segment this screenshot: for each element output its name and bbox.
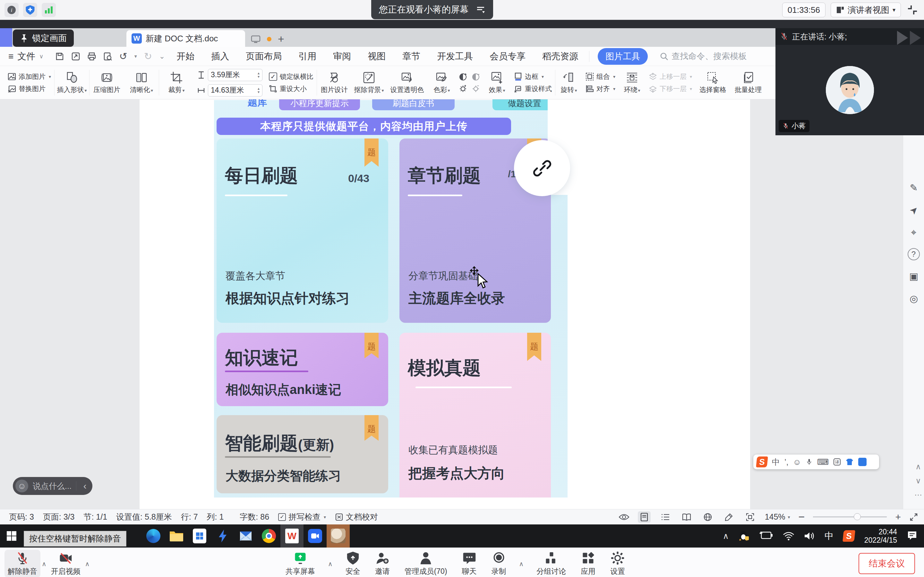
taskbar-wps-active[interactable]: W <box>280 524 304 548</box>
height-field[interactable]: ▴▾ <box>208 69 262 81</box>
replace-picture-button[interactable]: 替换图片 <box>8 84 51 93</box>
ime-skin-icon[interactable] <box>845 458 854 466</box>
volume-icon[interactable] <box>804 531 815 541</box>
effect-button[interactable]: 效果▾ <box>483 71 511 94</box>
zoom-slider[interactable] <box>813 516 887 517</box>
clarify-button[interactable]: 清晰化▾ <box>124 71 159 94</box>
reset-size-button[interactable]: 重设大小 <box>269 84 313 93</box>
ime-mode-chinese[interactable]: 中 <box>772 457 780 467</box>
quickbar-more-icon[interactable]: ⌄ <box>159 52 165 61</box>
taskbar-meeting[interactable] <box>304 524 326 548</box>
record-caret-icon[interactable]: ∧ <box>519 560 524 568</box>
panel-board-icon[interactable]: ▣ <box>903 265 924 287</box>
view-mode-selector[interactable]: 演讲者视图 ▾ <box>830 3 901 17</box>
width-field[interactable]: ▴▾ <box>208 84 262 97</box>
document-canvas[interactable]: 题库 小程序更新提示 刷题白皮书 做题设置 本程序只提供做题平台，内容均由用户上… <box>0 99 903 509</box>
document-tab[interactable]: W 新建 DOC 文档.doc <box>126 30 245 47</box>
contrast-down-icon[interactable] <box>472 73 480 81</box>
ime-emoji-icon[interactable]: ☺ <box>793 458 801 467</box>
menu-tab-section[interactable]: 章节 <box>394 50 429 63</box>
height-input[interactable] <box>211 71 249 79</box>
tray-ime-indicator[interactable]: 中 <box>825 530 834 542</box>
card-daily-practice[interactable]: 每日刷题 0/43 覆盖各大章节 根据知识点针对练习 题 <box>216 139 388 323</box>
zoom-slider-knob[interactable] <box>854 513 861 520</box>
battery-icon[interactable] <box>759 532 773 540</box>
send-backward-button[interactable]: 下移一层▾ <box>649 84 692 93</box>
screen-menu-icon[interactable] <box>476 5 485 15</box>
pin-screen-button[interactable]: 锁定画面 <box>13 29 74 47</box>
locate-icon[interactable]: ◎ <box>903 287 924 309</box>
selection-pane-button[interactable]: 选择窗格 <box>695 71 730 94</box>
tray-expand-icon[interactable]: ∧ <box>723 531 729 541</box>
file-menu[interactable]: ≡ 文件 ∨ <box>0 50 52 63</box>
taskbar-chrome[interactable] <box>257 524 280 548</box>
taskbar-photo-app[interactable] <box>326 524 350 548</box>
chat-button[interactable]: 聊天 <box>459 550 480 577</box>
taskbar-explorer[interactable] <box>165 524 188 548</box>
contrast-up-icon[interactable] <box>459 73 467 81</box>
collapse-bubble-icon[interactable]: ‹ <box>81 480 89 492</box>
start-button[interactable] <box>0 524 23 548</box>
new-tab-button[interactable]: + <box>278 33 284 45</box>
menu-tab-review[interactable]: 审阅 <box>325 50 359 63</box>
zoom-in-button[interactable]: + <box>895 512 901 522</box>
menu-tab-devtools[interactable]: 开发工具 <box>429 50 481 63</box>
page-view-button[interactable] <box>638 511 651 523</box>
outline-view-button[interactable] <box>659 511 672 523</box>
sogou-logo-icon[interactable]: S <box>756 456 768 467</box>
menu-tab-view[interactable]: 视图 <box>359 50 394 63</box>
ime-translate-icon[interactable]: 译 <box>833 458 841 466</box>
menu-tab-docer[interactable]: 稻壳资源 <box>534 50 586 63</box>
rotate-button[interactable]: 旋转▾ <box>556 71 582 94</box>
card-knowledge-memo[interactable]: 知识速记 相似知识点anki速记 题 <box>216 333 388 406</box>
save-icon[interactable] <box>55 52 64 61</box>
taskbar-edge[interactable] <box>142 524 165 548</box>
lock-aspect-checkbox[interactable]: ✓ 锁定纵横比 <box>269 72 313 81</box>
ime-toolbox-icon[interactable] <box>858 458 867 466</box>
page-nav-more-icon[interactable]: ⋯ <box>914 490 922 500</box>
proofread-button[interactable]: 文档校对 <box>335 512 378 522</box>
sogou-ime-toolbar[interactable]: S 中 ’, ☺ ⌨ 译 <box>753 455 879 469</box>
insert-shape-button[interactable]: 插入形状▾ <box>55 71 89 94</box>
undo-icon[interactable]: ↺ <box>120 51 128 62</box>
print-icon[interactable] <box>87 52 96 61</box>
share-caret-icon[interactable]: ∧ <box>328 560 333 568</box>
emoji-smiley-icon[interactable]: ☺ <box>15 480 28 492</box>
meeting-security-button[interactable] <box>23 3 37 17</box>
color-button[interactable]: 色彩▾ <box>428 71 456 94</box>
meeting-network-button[interactable] <box>42 3 56 17</box>
record-button[interactable]: 录制 <box>488 550 509 577</box>
start-video-button[interactable]: 开启视频 <box>48 550 84 577</box>
compress-picture-button[interactable]: 压缩图片 <box>89 71 124 94</box>
width-input[interactable] <box>211 86 249 95</box>
taskbar-app-flash[interactable] <box>211 524 234 548</box>
share-screen-button[interactable]: 共享屏幕 <box>282 550 318 577</box>
remove-background-button[interactable]: 抠除背景▾ <box>352 71 386 94</box>
breakout-rooms-button[interactable]: 分组讨论 <box>533 550 569 577</box>
end-meeting-button[interactable]: 结束会议 <box>859 553 915 574</box>
action-center-icon[interactable] <box>907 531 918 541</box>
ime-voice-icon[interactable] <box>806 458 813 466</box>
help-icon[interactable]: ? <box>908 248 920 260</box>
settings-button[interactable]: 设置 <box>607 550 628 577</box>
quiz-app-image[interactable]: 题库 小程序更新提示 刷题白皮书 做题设置 本程序只提供做题平台，内容均由用户上… <box>214 100 567 498</box>
security-button[interactable]: 安全 <box>342 550 363 577</box>
border-button[interactable]: 边框▾ <box>514 72 552 81</box>
ime-punct-icon[interactable]: ’, <box>784 458 788 467</box>
tab-preview-icon[interactable] <box>251 35 260 43</box>
fit-page-button[interactable] <box>744 511 756 523</box>
width-spin-down-icon[interactable]: ▾ <box>258 90 260 94</box>
wifi-icon[interactable] <box>783 532 795 540</box>
ink-tools-button[interactable] <box>722 511 735 523</box>
scroll-up-icon[interactable]: ∧ <box>915 462 921 471</box>
quick-chat-bubble[interactable]: ☺ 说点什么... ‹ <box>13 477 92 495</box>
ime-keyboard-icon[interactable]: ⌨ <box>817 458 829 467</box>
manage-members-button[interactable]: 管理成员(70) <box>401 550 451 577</box>
add-picture-button[interactable]: 添加图片▾ <box>8 72 51 81</box>
sogou-tray-icon[interactable]: S <box>843 530 855 542</box>
video-caret-icon[interactable]: ∧ <box>85 560 90 568</box>
bring-forward-button[interactable]: 上移一层▾ <box>649 72 692 81</box>
menu-tab-start[interactable]: 开始 <box>168 50 203 63</box>
chat-input-placeholder[interactable]: 说点什么... <box>33 481 71 492</box>
exit-fullscreen-icon[interactable] <box>906 3 919 16</box>
